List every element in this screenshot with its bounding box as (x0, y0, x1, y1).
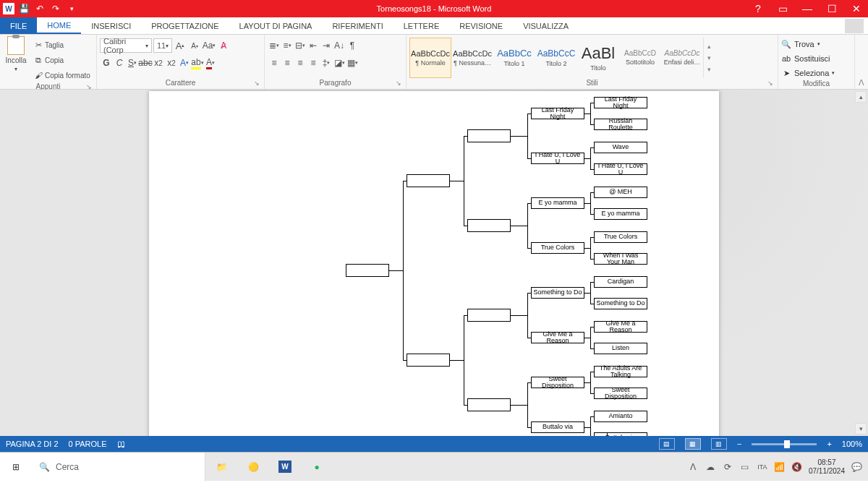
borders-button[interactable]: ▦▾ (346, 56, 359, 70)
zoom-slider[interactable] (752, 443, 817, 445)
tray-sync-icon[interactable]: ⟳ (722, 461, 733, 473)
task-chrome[interactable]: 🟡 (237, 453, 269, 481)
outdent-button[interactable]: ⇤ (307, 38, 320, 53)
format-painter-button[interactable]: 🖌Copia formato (31, 68, 93, 82)
pilcrow-button[interactable]: ¶ (346, 38, 359, 53)
read-mode-button[interactable]: ▤ (659, 438, 675, 450)
style---nessuna-[interactable]: AaBbCcDc¶ Nessuna… (451, 38, 493, 78)
change-case-button[interactable]: Aa▾ (203, 38, 216, 53)
justify-button[interactable]: ≡ (307, 56, 320, 70)
zoom-in-button[interactable]: + (827, 440, 831, 448)
document-page[interactable]: Last Friday NightRussian RouletteWaveI H… (149, 91, 719, 436)
italic-button[interactable]: C (113, 56, 126, 70)
task-explorer[interactable]: 📁 (205, 453, 237, 481)
bracket-r8-5: Give Me a Reason (531, 332, 584, 343)
grow-font-button[interactable]: A▴ (174, 38, 187, 53)
scroll-up-icon[interactable]: ▴ (855, 91, 867, 103)
select-button[interactable]: ➤Seleziona ▾ (781, 67, 835, 80)
tray-chevron-icon[interactable]: ᐱ (687, 461, 699, 473)
bracket-r16-11: Listen (594, 343, 647, 354)
dialog-launcher-icon[interactable]: ↘ (767, 80, 773, 87)
scroll-down-icon[interactable]: ▾ (855, 423, 867, 435)
task-word[interactable]: W (269, 453, 301, 481)
strike-button[interactable]: abc (139, 56, 152, 70)
replace-button[interactable]: abSostituisci (781, 52, 830, 65)
copy-button[interactable]: ⧉Copia (31, 53, 93, 67)
word-count[interactable]: 0 PAROLE (69, 440, 107, 448)
font-size-select[interactable]: 11▾ (153, 38, 172, 53)
dialog-launcher-icon[interactable]: ↘ (254, 80, 260, 87)
tab-progettazione[interactable]: PROGETTAZIONE (141, 17, 229, 34)
qat-more-icon[interactable]: ▾ (65, 2, 78, 15)
cut-button[interactable]: ✂Taglia (31, 38, 93, 52)
bold-button[interactable]: G (100, 56, 113, 70)
underline-button[interactable]: S▾ (126, 56, 139, 70)
dialog-launcher-icon[interactable]: ↘ (396, 80, 401, 87)
start-button[interactable]: ⊞ (0, 453, 32, 481)
collapse-ribbon-icon[interactable]: ᐱ (859, 78, 864, 87)
task-spotify[interactable]: ● (301, 453, 333, 481)
line-spacing-button[interactable]: ‡▾ (320, 56, 333, 70)
style-titolo[interactable]: AaBlTitolo (577, 38, 619, 78)
style-titolo-1[interactable]: AaBbCcTitolo 1 (493, 38, 535, 78)
tray-battery-icon[interactable]: ▭ (739, 461, 751, 473)
style-sottotitolo[interactable]: AaBbCcDSottotitolo (619, 38, 661, 78)
tab-layout[interactable]: LAYOUT DI PAGINA (229, 17, 323, 34)
maximize-icon[interactable]: ☐ (823, 1, 841, 16)
shrink-font-button[interactable]: A▾ (188, 38, 201, 53)
tray-wifi-icon[interactable]: 📶 (774, 461, 786, 473)
tray-lang-icon[interactable]: ITA (757, 461, 768, 473)
shading-button[interactable]: ◪▾ (333, 56, 346, 70)
tab-revisione[interactable]: REVISIONE (449, 17, 513, 34)
paste-button[interactable]: Incolla ▾ (3, 36, 29, 72)
print-layout-button[interactable]: ▦ (685, 438, 701, 450)
undo-icon[interactable]: ↶ (33, 2, 46, 15)
align-right-button[interactable]: ≡ (294, 56, 307, 70)
minimize-icon[interactable]: — (799, 1, 816, 16)
tab-inserisci[interactable]: INSERISCI (81, 17, 141, 34)
align-center-button[interactable]: ≡ (281, 56, 294, 70)
zoom-out-button[interactable]: − (737, 440, 741, 448)
page-indicator[interactable]: PAGINA 2 DI 2 (6, 440, 59, 448)
tab-lettere[interactable]: LETTERE (393, 17, 450, 34)
style-titolo-2[interactable]: AaBbCcCTitolo 2 (535, 38, 577, 78)
tray-volume-icon[interactable]: 🔇 (791, 461, 803, 473)
align-left-button[interactable]: ≡ (268, 56, 281, 70)
save-icon[interactable]: 💾 (17, 2, 30, 15)
find-button[interactable]: 🔍Trova ▾ (781, 38, 820, 51)
zoom-level[interactable]: 100% (842, 440, 862, 448)
ribbon-display-icon[interactable]: ▭ (774, 1, 791, 16)
font-name-select[interactable]: Calibri (Corp▾ (100, 38, 152, 53)
style-enfasi-deli-[interactable]: AaBbCcDcEnfasi deli… (661, 38, 703, 78)
redo-icon[interactable]: ↷ (49, 2, 62, 15)
help-icon[interactable]: ? (749, 1, 767, 16)
tab-visualizza[interactable]: VISUALIZZA (513, 17, 579, 34)
taskbar-search[interactable]: 🔍Cerca (32, 453, 205, 481)
proofing-icon[interactable]: 🕮 (117, 440, 125, 448)
tray-onedrive-icon[interactable]: ☁ (705, 461, 716, 473)
tab-home[interactable]: HOME (37, 17, 81, 34)
styles-more-button[interactable]: ▴▾▾ (703, 38, 715, 78)
style---normale[interactable]: AaBbCcDc¶ Normale (409, 38, 451, 78)
highlight-button[interactable]: ab▾ (191, 56, 204, 70)
text-effects-button[interactable]: A▾ (178, 56, 191, 70)
web-layout-button[interactable]: ▥ (711, 438, 727, 450)
superscript-button[interactable]: x2 (165, 56, 178, 70)
subscript-button[interactable]: x2 (152, 56, 165, 70)
styles-gallery[interactable]: AaBbCcDc¶ NormaleAaBbCcDc¶ Nessuna…AaBbC… (409, 36, 775, 79)
close-icon[interactable]: ✕ (848, 1, 865, 16)
clear-format-button[interactable]: A̷ (217, 38, 230, 53)
tray-notifications-icon[interactable]: 💬 (851, 461, 862, 473)
bracket-r8-0: Last Friday Night (531, 108, 584, 119)
taskbar-clock[interactable]: 08:5707/11/2024 (809, 458, 845, 476)
tab-file[interactable]: FILE (0, 17, 37, 34)
user-avatar[interactable] (845, 19, 864, 33)
numbering-button[interactable]: ≡▾ (281, 38, 294, 53)
font-color-button[interactable]: A▾ (204, 56, 217, 70)
multilevel-button[interactable]: ⊟▾ (294, 38, 307, 53)
tab-riferimenti[interactable]: RIFERIMENTI (322, 17, 393, 34)
bullets-button[interactable]: ≣▾ (268, 38, 281, 53)
sort-button[interactable]: A↓ (333, 38, 346, 53)
indent-button[interactable]: ⇥ (320, 38, 333, 53)
copy-icon: ⧉ (33, 55, 43, 65)
